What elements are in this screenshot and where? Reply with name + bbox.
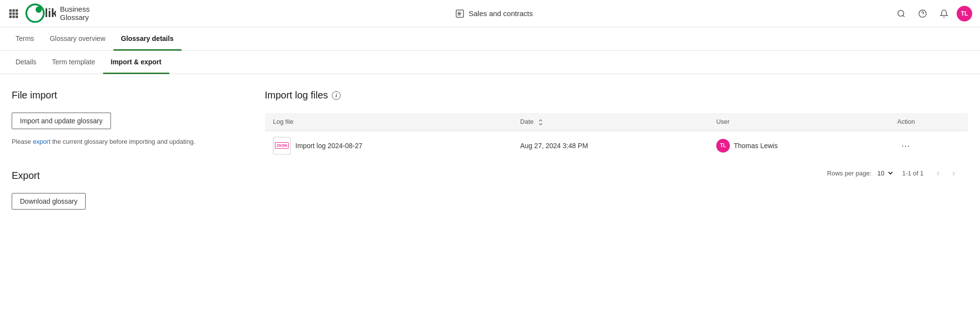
export-link[interactable]: export [33,138,50,145]
grid-icon[interactable] [8,8,19,19]
svg-rect-6 [9,16,12,18]
left-panel: File import Import and update glossary P… [12,90,245,210]
pagination-info: 1-1 of 1 [902,170,924,177]
svg-text:lik: lik [45,7,56,20]
info-icon[interactable]: i [332,91,341,100]
log-file-name: Import log 2024-08-27 [295,142,363,150]
tab-details[interactable]: Details [8,51,44,74]
tab-bar-2: Details Term template Import & export [0,51,980,74]
search-button[interactable] [892,5,910,22]
json-file-icon: JSON [273,137,290,154]
rows-per-page-select[interactable]: 10 25 50 [873,168,894,178]
tab-glossary-overview[interactable]: Glossary overview [42,27,113,51]
rows-per-page: Rows per page: 10 25 50 [827,168,894,178]
svg-rect-5 [16,12,18,15]
import-update-button[interactable]: Import and update glossary [12,113,111,129]
app-title: Business Glossary [60,5,90,21]
next-page-button[interactable] [947,167,961,180]
prev-page-button[interactable] [931,167,945,180]
col-action: Action [889,113,968,131]
more-options-button[interactable]: ⋯ [897,138,914,153]
svg-rect-3 [9,12,12,15]
user-name: Thomas Lewis [734,142,778,150]
qlik-logo[interactable]: lik Business Glossary [25,3,90,23]
svg-point-9 [26,5,44,22]
svg-rect-1 [13,9,15,12]
tab-bar-1: Terms Glossary overview Glossary details [0,27,980,51]
tab-terms[interactable]: Terms [8,27,42,51]
top-nav: lik Business Glossary Sales and contract… [0,0,980,27]
pagination-buttons [931,167,961,180]
tab-import-export[interactable]: Import & export [103,51,169,74]
import-notice: Please export the current glossary befor… [12,137,245,147]
help-button[interactable] [914,5,931,22]
col-log-file: Log file [265,113,513,131]
glossary-name: Sales and contracts [469,9,533,18]
svg-rect-2 [16,9,18,12]
file-import-title: File import [12,90,245,101]
svg-rect-0 [9,9,12,12]
svg-point-16 [898,10,904,16]
notifications-button[interactable] [935,5,953,22]
user-avatar: TL [716,139,730,153]
tab-term-template[interactable]: Term template [44,51,103,74]
svg-rect-8 [16,16,18,18]
col-date[interactable]: Date [512,113,708,131]
avatar[interactable]: TL [957,6,972,21]
svg-rect-4 [13,12,15,15]
glossary-context: Sales and contracts [455,9,533,19]
rows-per-page-label: Rows per page: [827,170,871,177]
nav-center: Sales and contracts [95,9,892,19]
svg-line-17 [903,15,904,17]
nav-actions: TL [892,5,972,22]
table-footer: Rows per page: 10 25 50 1-1 of 1 [265,161,968,186]
log-date-cell: Aug 27, 2024 3:48 PM [512,131,708,160]
table-row: JSON Import log 2024-08-27 Aug 27, 2024 … [265,131,968,160]
table-header-row: Log file Date User Action [265,113,968,131]
download-glossary-button[interactable]: Download glossary [12,193,86,210]
right-panel: Import log files i Log file Date [265,90,968,210]
col-user: User [708,113,889,131]
import-log-title: Import log files i [265,90,968,101]
log-file-cell: JSON Import log 2024-08-27 [265,131,513,160]
log-user-cell: TL Thomas Lewis [708,131,889,160]
log-table: Log file Date User Action [265,113,968,161]
svg-rect-7 [13,16,15,18]
tab-glossary-details[interactable]: Glossary details [113,27,181,51]
svg-point-10 [36,7,42,13]
export-title: Export [12,170,245,181]
main-content: File import Import and update glossary P… [0,74,980,225]
log-action-cell: ⋯ [889,131,968,160]
export-section: Export Download glossary [12,170,245,210]
